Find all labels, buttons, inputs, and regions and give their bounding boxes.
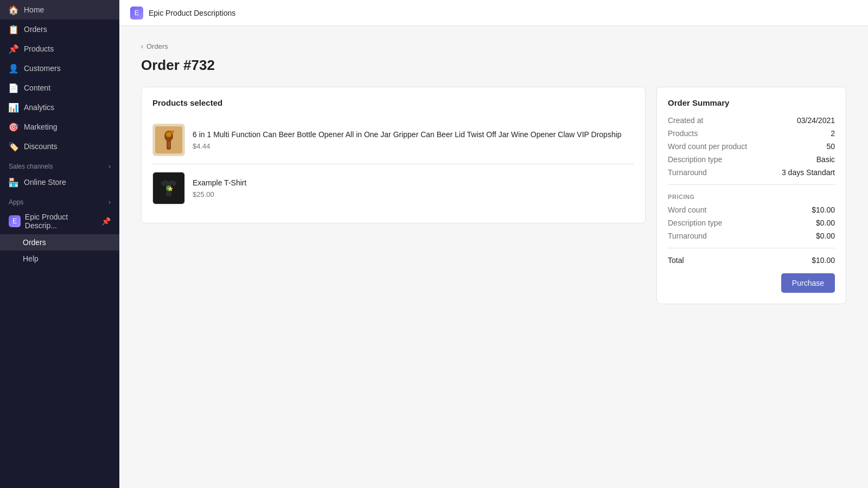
svg-point-4: [171, 130, 174, 133]
pricing-row: Description type $0.00: [668, 219, 835, 227]
svg-rect-5: [168, 142, 170, 148]
content-grid: Products selected 6 in 1 Multi Function …: [141, 87, 846, 304]
purchase-button[interactable]: Purchase: [781, 273, 835, 293]
home-label: Home: [24, 5, 44, 14]
sales-channels-chevron: ›: [108, 163, 111, 170]
orders-label: Orders: [24, 25, 47, 34]
product-thumb-1: [152, 124, 185, 156]
breadcrumb-chevron: ‹: [141, 43, 143, 50]
analytics-icon: 📊: [9, 102, 18, 112]
pricing-value-item: $0.00: [816, 232, 835, 240]
pricing-row: Word count $10.00: [668, 206, 835, 214]
pricing-value-item: $10.00: [812, 206, 835, 214]
sidebar-item-orders[interactable]: 📋 Orders: [0, 20, 119, 39]
total-value: $10.00: [812, 256, 835, 265]
sidebar-item-products[interactable]: 📌 Products: [0, 39, 119, 59]
summary-total: Total $10.00: [668, 256, 835, 265]
pricing-label-item: Turnaround: [668, 232, 707, 240]
total-label: Total: [668, 256, 684, 265]
sidebar-item-discounts[interactable]: 🏷️ Discounts: [0, 137, 119, 156]
analytics-label: Analytics: [24, 103, 54, 112]
pricing-label-item: Description type: [668, 219, 722, 227]
app-sub-item-orders[interactable]: Orders: [0, 234, 119, 251]
detail-value: 50: [826, 142, 835, 151]
product-name-2: Example T-Shirt: [193, 178, 246, 189]
sales-channels-label: Sales channels: [9, 163, 53, 170]
order-summary-card: Order Summary Created at 03/24/2021 Prod…: [656, 87, 846, 304]
pricing-value-item: $0.00: [816, 219, 835, 227]
marketing-label: Marketing: [24, 123, 57, 131]
summary-detail-row: Products 2: [668, 129, 835, 138]
products-card: Products selected 6 in 1 Multi Function …: [141, 87, 646, 223]
sidebar-item-customers[interactable]: 👤 Customers: [0, 59, 119, 78]
app-name-label: Epic Product Descrip...: [25, 213, 101, 230]
topbar-title: Epic Product Descriptions: [149, 9, 235, 17]
breadcrumb-label: Orders: [146, 42, 168, 50]
detail-label: Description type: [668, 155, 722, 164]
product-info-1: 6 in 1 Multi Function Can Beer Bottle Op…: [193, 130, 622, 151]
apps-section[interactable]: Apps ›: [0, 192, 119, 208]
pin-icon[interactable]: 📌: [101, 217, 111, 226]
epic-product-app-item[interactable]: E Epic Product Descrip... 📌: [0, 208, 119, 234]
summary-detail-row: Description type Basic: [668, 155, 835, 164]
detail-label: Products: [668, 129, 698, 138]
product-item: ⭐ Example T-Shirt $25.00: [152, 164, 634, 212]
product-price-2: $25.00: [193, 190, 246, 198]
summary-detail-row: Created at 03/24/2021: [668, 116, 835, 125]
summary-divider-2: [668, 248, 835, 248]
order-details: Created at 03/24/2021 Products 2 Word co…: [668, 116, 835, 177]
content-label: Content: [24, 84, 50, 92]
customers-label: Customers: [24, 64, 61, 73]
summary-detail-row: Turnaround 3 days Standart: [668, 168, 835, 177]
product-price-1: $4.44: [193, 142, 622, 150]
detail-value: 03/24/2021: [797, 116, 835, 125]
online-store-item[interactable]: 🏪 Online Store: [0, 172, 119, 192]
orders-icon: 📋: [9, 24, 18, 34]
pricing-label-item: Word count: [668, 206, 706, 214]
detail-label: Created at: [668, 116, 703, 125]
product-item: 6 in 1 Multi Function Can Beer Bottle Op…: [152, 116, 634, 164]
pricing-label: PRICING: [668, 194, 835, 200]
detail-value: Basic: [816, 155, 835, 164]
product-thumb-2: ⭐: [152, 172, 185, 204]
sidebar-item-home[interactable]: 🏠 Home: [0, 0, 119, 20]
sidebar: 🏠 Home 📋 Orders 📌 Products 👤 Customers 📄…: [0, 0, 119, 488]
content-area: ‹ Orders Order #732 Products selected: [119, 26, 868, 488]
detail-value: 2: [831, 129, 835, 138]
app-item-left: E Epic Product Descrip...: [9, 213, 101, 230]
sidebar-item-analytics[interactable]: 📊 Analytics: [0, 98, 119, 117]
sales-channels-section[interactable]: Sales channels ›: [0, 156, 119, 172]
detail-label: Turnaround: [668, 168, 707, 177]
topbar-app-icon: E: [130, 7, 143, 20]
main-area: E Epic Product Descriptions ‹ Orders Ord…: [119, 0, 868, 488]
marketing-icon: 🎯: [9, 122, 18, 132]
product-list: 6 in 1 Multi Function Can Beer Bottle Op…: [152, 116, 634, 212]
online-store-icon: 🏪: [9, 177, 18, 187]
product-name-1: 6 in 1 Multi Function Can Beer Bottle Op…: [193, 130, 622, 140]
svg-point-3: [166, 132, 171, 137]
summary-detail-row: Word count per product 50: [668, 142, 835, 151]
home-icon: 🏠: [9, 5, 18, 15]
sidebar-item-content[interactable]: 📄 Content: [0, 78, 119, 98]
app-sub-item-help[interactable]: Help: [0, 251, 119, 267]
app-icon: E: [9, 215, 21, 227]
products-label: Products: [24, 44, 54, 53]
breadcrumb[interactable]: ‹ Orders: [141, 42, 846, 50]
detail-label: Word count per product: [668, 142, 747, 151]
products-card-title: Products selected: [152, 98, 634, 107]
topbar: E Epic Product Descriptions: [119, 0, 868, 26]
pricing-row: Turnaround $0.00: [668, 232, 835, 240]
order-summary-title: Order Summary: [668, 98, 835, 107]
discounts-label: Discounts: [24, 142, 57, 151]
sidebar-item-marketing[interactable]: 🎯 Marketing: [0, 117, 119, 137]
online-store-label: Online Store: [24, 178, 66, 187]
svg-text:⭐: ⭐: [168, 186, 173, 191]
detail-value: 3 days Standart: [782, 168, 835, 177]
content-icon: 📄: [9, 83, 18, 93]
order-pricing: Word count $10.00 Description type $0.00…: [668, 206, 835, 240]
customers-icon: 👤: [9, 63, 18, 73]
summary-divider-1: [668, 184, 835, 185]
apps-chevron: ›: [108, 198, 111, 206]
products-icon: 📌: [9, 44, 18, 54]
product-info-2: Example T-Shirt $25.00: [193, 178, 246, 199]
